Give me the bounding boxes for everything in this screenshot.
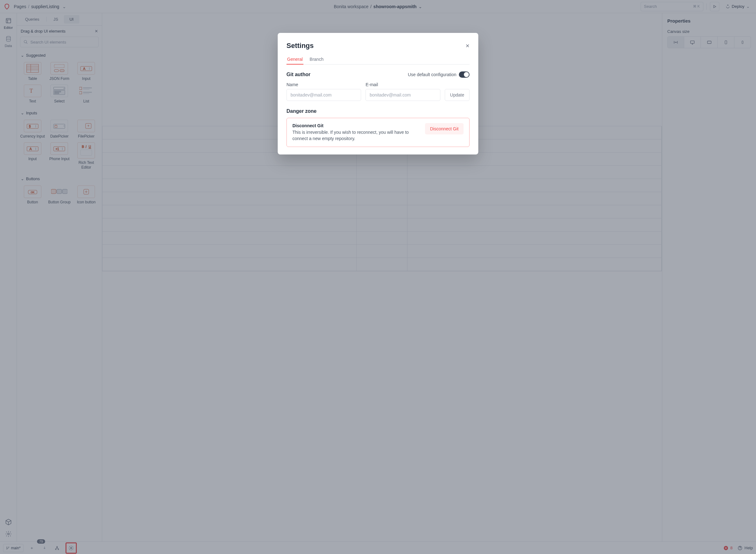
use-default-toggle[interactable] <box>459 71 470 78</box>
disconnect-desc: This is irreversible. If you wish to rec… <box>292 129 420 142</box>
email-label: E-mail <box>366 82 440 87</box>
name-label: Name <box>286 82 361 87</box>
tab-general[interactable]: General <box>286 54 304 64</box>
settings-modal: Settings ✕ General Branch Git author Use… <box>278 33 478 155</box>
use-default-label: Use default configuration <box>408 72 456 77</box>
modal-title: Settings <box>286 42 314 50</box>
danger-box: Disconnect Git This is irreversible. If … <box>286 118 470 147</box>
git-author-heading: Git author <box>286 72 310 77</box>
danger-zone-heading: Danger zone <box>286 108 470 114</box>
disconnect-title: Disconnect Git <box>292 123 420 128</box>
tab-branch[interactable]: Branch <box>309 54 324 64</box>
modal-overlay[interactable]: Settings ✕ General Branch Git author Use… <box>0 0 756 554</box>
update-button[interactable]: Update <box>445 89 470 101</box>
name-input[interactable] <box>286 89 361 101</box>
disconnect-button[interactable]: Disconnect Git <box>425 123 464 134</box>
email-input[interactable] <box>366 89 440 101</box>
close-icon[interactable]: ✕ <box>466 43 470 49</box>
modal-tabs: General Branch <box>286 54 470 64</box>
